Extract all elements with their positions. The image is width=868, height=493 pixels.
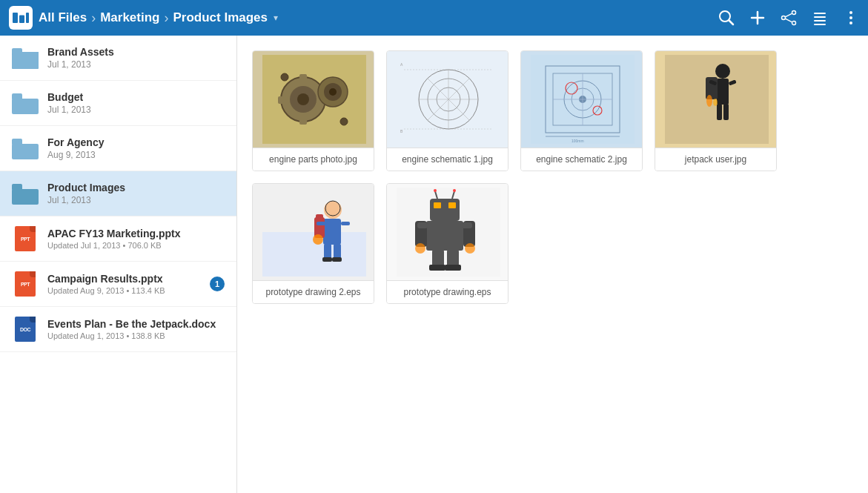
box-logo[interactable]: [9, 6, 33, 30]
file-card-prototype[interactable]: prototype drawing.eps: [386, 183, 508, 304]
sidebar-for-agency-name: For Agency: [47, 136, 225, 148]
file-card-jetpack-label: jetpack user.jpg: [655, 148, 776, 171]
sidebar-campaign-meta: Updated Aug 9, 2013 • 113.4 KB: [47, 286, 201, 295]
svg-point-18: [849, 21, 852, 24]
svg-rect-80: [323, 219, 341, 245]
svg-rect-106: [417, 222, 428, 228]
sidebar-events-meta: Updated Aug 1, 2013 • 138.8 KB: [47, 331, 225, 340]
svg-rect-14: [814, 20, 826, 21]
svg-point-42: [340, 118, 348, 125]
svg-point-96: [434, 189, 437, 192]
file-card-engine-parts[interactable]: engine parts photo.jpg: [252, 50, 374, 171]
sidebar-item-for-agency-text: For Agency Aug 9, 2013: [47, 136, 225, 160]
svg-point-7: [792, 11, 796, 15]
sidebar-item-product-images[interactable]: Product Images Jul 1, 2013: [0, 171, 236, 216]
file-thumb-schematic1: A B: [387, 51, 508, 148]
svg-line-11: [785, 19, 792, 22]
svg-rect-13: [814, 16, 826, 18]
sidebar-item-apac[interactable]: PPT APAC FY13 Marketing.pptx Updated Jul…: [0, 216, 236, 262]
sidebar-item-budget[interactable]: Budget Jul 1, 2013: [0, 81, 236, 126]
svg-rect-27: [12, 139, 22, 145]
svg-rect-29: [12, 184, 22, 191]
file-thumb-schematic2: 100mm: [521, 51, 643, 148]
svg-rect-1: [19, 16, 24, 24]
file-thumb-prototype: [387, 184, 508, 280]
list-view-icon[interactable]: [812, 10, 828, 26]
header: All Files › Marketing › Product Images ▾: [0, 0, 868, 36]
files-grid: engine parts photo.jpg: [252, 50, 853, 304]
svg-text:100mm: 100mm: [572, 139, 584, 143]
svg-rect-25: [12, 93, 22, 100]
sidebar-item-budget-text: Budget Jul 1, 2013: [47, 91, 225, 115]
sidebar-item-apac-text: APAC FY13 Marketing.pptx Updated Jul 1, …: [47, 228, 225, 250]
svg-point-17: [849, 16, 852, 19]
svg-point-108: [415, 243, 425, 254]
svg-rect-34: [299, 74, 307, 80]
pptx-icon-campaign: PPT: [12, 271, 39, 297]
sidebar-item-campaign-text: Campaign Results.pptx Updated Aug 9, 201…: [47, 273, 201, 295]
sidebar-brand-assets-date: Jul 1, 2013: [47, 59, 225, 70]
breadcrumb-sep-2: ›: [164, 10, 168, 26]
svg-point-41: [281, 73, 288, 81]
svg-point-98: [453, 189, 456, 192]
svg-rect-99: [426, 221, 463, 251]
breadcrumb-dropdown-icon[interactable]: ▾: [274, 13, 278, 23]
folder-icon-for-agency: [12, 135, 39, 162]
svg-line-10: [785, 13, 792, 17]
svg-point-9: [782, 16, 786, 20]
sidebar-budget-name: Budget: [47, 91, 225, 103]
svg-point-33: [297, 93, 309, 105]
breadcrumb-sep-1: ›: [91, 10, 96, 26]
sidebar-apac-meta: Updated Jul 1, 2013 • 706.0 KB: [47, 241, 225, 250]
breadcrumb-marketing[interactable]: Marketing: [100, 10, 159, 25]
file-card-engine-parts-label: engine parts photo.jpg: [253, 148, 374, 171]
add-icon[interactable]: [749, 10, 766, 26]
svg-rect-0: [13, 13, 18, 23]
svg-rect-104: [429, 265, 445, 271]
file-card-jetpack[interactable]: jetpack user.jpg: [655, 50, 777, 171]
breadcrumb-current: Product Images: [173, 10, 268, 25]
sidebar-item-brand-assets[interactable]: Brand Assets Jul 1, 2013: [0, 36, 236, 81]
sidebar-item-campaign[interactable]: PPT Campaign Results.pptx Updated Aug 9,…: [0, 262, 236, 307]
sidebar-for-agency-date: Aug 9, 2013: [47, 150, 225, 160]
svg-line-4: [729, 21, 734, 25]
svg-rect-82: [316, 214, 323, 219]
breadcrumb-all-files[interactable]: All Files: [39, 10, 87, 25]
file-thumb-prototype2: [253, 184, 374, 280]
file-card-schematic1[interactable]: A B engine schematic 1.jpg: [386, 50, 508, 171]
svg-rect-35: [299, 119, 307, 125]
file-card-schematic2-label: engine schematic 2.jpg: [521, 148, 642, 171]
svg-rect-12: [814, 13, 826, 14]
folder-icon-product-images: [12, 180, 39, 207]
main-layout: Brand Assets Jul 1, 2013 Budget Jul 1, 2…: [0, 36, 868, 493]
file-card-schematic2[interactable]: 100mm engine schematic 2.jpg: [520, 50, 643, 171]
svg-rect-86: [332, 257, 342, 262]
more-options-icon[interactable]: [843, 10, 859, 26]
svg-rect-83: [324, 244, 331, 259]
svg-point-90: [313, 234, 323, 245]
sidebar-item-product-images-text: Product Images Jul 1, 2013: [47, 182, 225, 205]
sidebar-item-events[interactable]: DOC Events Plan - Be the Jetpack.docx Up…: [0, 307, 236, 352]
share-icon[interactable]: [781, 10, 797, 26]
main-content: engine parts photo.jpg: [237, 36, 868, 493]
svg-point-68: [715, 64, 730, 79]
svg-rect-15: [814, 24, 826, 25]
svg-point-16: [849, 11, 852, 14]
svg-rect-88: [341, 222, 350, 225]
search-icon[interactable]: [718, 10, 735, 26]
sidebar-item-events-text: Events Plan - Be the Jetpack.docx Update…: [47, 318, 225, 340]
sidebar-budget-date: Jul 1, 2013: [47, 105, 225, 115]
svg-rect-71: [717, 104, 722, 120]
sidebar-item-for-agency[interactable]: For Agency Aug 9, 2013: [0, 126, 236, 171]
svg-rect-105: [445, 265, 461, 271]
svg-rect-92: [430, 199, 460, 221]
svg-rect-23: [12, 48, 22, 55]
svg-rect-72: [723, 104, 729, 120]
svg-point-76: [713, 99, 718, 106]
sidebar-product-images-date: Jul 1, 2013: [47, 195, 225, 205]
file-card-prototype2[interactable]: prototype drawing 2.eps: [252, 183, 374, 304]
svg-rect-102: [432, 250, 444, 266]
svg-rect-36: [278, 96, 284, 104]
sidebar-brand-assets-name: Brand Assets: [47, 46, 225, 58]
header-icons: [718, 10, 859, 26]
